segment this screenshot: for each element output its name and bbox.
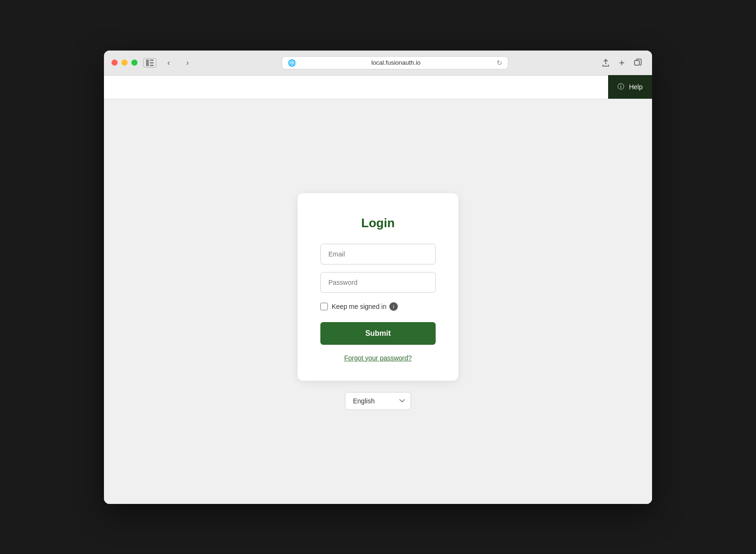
svg-rect-0 <box>146 60 149 66</box>
tabs-button[interactable] <box>631 56 644 69</box>
keep-signed-checkbox[interactable] <box>320 303 328 310</box>
email-input[interactable] <box>320 244 436 264</box>
svg-rect-3 <box>150 65 154 66</box>
help-circle-icon: ⓘ <box>618 83 624 91</box>
globe-icon: 🌐 <box>288 59 296 67</box>
login-card: Login Keep me signed in i Submit Forgot … <box>298 193 458 381</box>
language-selector-wrapper: English French German Spanish Japanese <box>345 392 411 410</box>
svg-rect-6 <box>635 60 639 65</box>
browser-titlebar: ‹ › 🌐 local.fusionauth.io ↻ <box>104 51 652 75</box>
password-form-group <box>320 272 436 293</box>
app-topbar: ⓘ Help <box>104 76 652 99</box>
browser-window: ‹ › 🌐 local.fusionauth.io ↻ <box>104 51 652 504</box>
submit-button[interactable]: Submit <box>320 322 436 345</box>
close-traffic-light[interactable] <box>112 60 118 66</box>
url-text: local.fusionauth.io <box>300 59 493 66</box>
login-title: Login <box>361 216 395 230</box>
maximize-traffic-light[interactable] <box>131 60 137 66</box>
browser-actions <box>599 56 644 69</box>
address-bar[interactable]: 🌐 local.fusionauth.io ↻ <box>282 56 508 69</box>
keep-signed-row: Keep me signed in i <box>320 302 436 311</box>
back-button[interactable]: ‹ <box>162 56 175 69</box>
share-button[interactable] <box>599 56 612 69</box>
password-input[interactable] <box>320 272 436 293</box>
refresh-icon[interactable]: ↻ <box>497 59 502 67</box>
new-tab-button[interactable] <box>615 56 628 69</box>
forgot-password-link[interactable]: Forgot your password? <box>344 354 412 362</box>
info-icon[interactable]: i <box>389 302 398 311</box>
minimize-traffic-light[interactable] <box>121 60 128 66</box>
email-form-group <box>320 244 436 264</box>
keep-signed-label: Keep me signed in i <box>332 302 398 311</box>
traffic-lights <box>112 60 137 66</box>
forward-button[interactable]: › <box>181 56 194 69</box>
help-button[interactable]: ⓘ Help <box>608 75 652 99</box>
svg-rect-2 <box>150 62 154 63</box>
browser-chrome: ‹ › 🌐 local.fusionauth.io ↻ <box>104 51 652 76</box>
app-content: Login Keep me signed in i Submit Forgot … <box>104 99 652 504</box>
svg-rect-1 <box>150 60 154 61</box>
language-select[interactable]: English French German Spanish Japanese <box>345 392 411 410</box>
sidebar-toggle-button[interactable] <box>143 58 156 68</box>
